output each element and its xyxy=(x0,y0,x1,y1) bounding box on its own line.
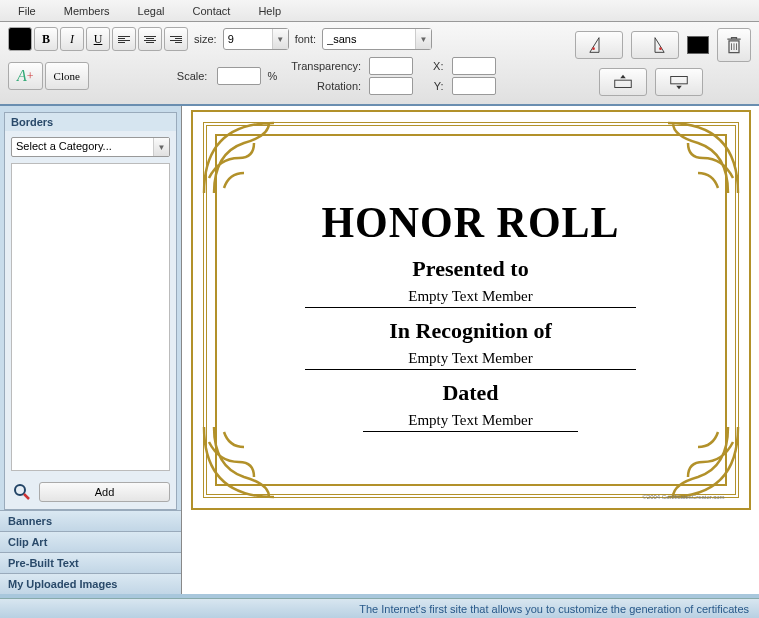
menubar: File Members Legal Contact Help xyxy=(0,0,759,22)
align-right-button[interactable] xyxy=(164,27,188,51)
rotation-input[interactable] xyxy=(369,77,413,95)
certificate-recognition-label[interactable]: In Recognition of xyxy=(276,318,665,344)
certificate-dated-label[interactable]: Dated xyxy=(276,380,665,406)
menu-help[interactable]: Help xyxy=(244,2,295,20)
section-prebuilt[interactable]: Pre-Built Text xyxy=(0,552,181,573)
svg-point-4 xyxy=(15,485,25,495)
scale-unit: % xyxy=(263,70,281,82)
font-dropdown[interactable]: ▼ xyxy=(415,29,431,49)
flip-horizontal-button[interactable] xyxy=(575,31,623,59)
panel-title-borders[interactable]: Borders xyxy=(5,113,176,131)
size-label: size: xyxy=(190,33,221,45)
x-input[interactable] xyxy=(452,57,496,75)
svg-point-0 xyxy=(592,47,595,50)
align-center-button[interactable] xyxy=(138,27,162,51)
align-left-button[interactable] xyxy=(112,27,136,51)
add-button[interactable]: Add xyxy=(39,482,170,502)
size-dropdown[interactable]: ▼ xyxy=(272,29,288,49)
ornament-icon xyxy=(199,422,279,502)
transparency-input[interactable] xyxy=(369,57,413,75)
section-clipart[interactable]: Clip Art xyxy=(0,531,181,552)
rotation-label: Rotation: xyxy=(313,80,365,92)
menu-file[interactable]: File xyxy=(4,2,50,20)
menu-legal[interactable]: Legal xyxy=(124,2,179,20)
certificate[interactable]: HONOR ROLL Presented to Empty Text Membe… xyxy=(191,110,751,510)
send-backward-button[interactable] xyxy=(655,68,703,96)
size-input[interactable] xyxy=(224,29,272,49)
font-input[interactable] xyxy=(323,29,415,49)
section-uploaded[interactable]: My Uploaded Images xyxy=(0,573,181,594)
certificate-footer: ©2004 CertificatesCreator.com xyxy=(642,494,724,500)
svg-point-1 xyxy=(659,47,662,50)
menu-contact[interactable]: Contact xyxy=(179,2,245,20)
category-select-text: Select a Category... xyxy=(12,138,153,156)
fill-color-swatch[interactable] xyxy=(687,36,709,54)
scale-input[interactable] xyxy=(217,67,261,85)
certificate-date-field[interactable]: Empty Text Member xyxy=(363,412,577,432)
status-text: The Internet's first site that allows yo… xyxy=(359,603,749,615)
menu-members[interactable]: Members xyxy=(50,2,124,20)
category-dropdown-icon[interactable]: ▼ xyxy=(153,138,169,156)
svg-rect-2 xyxy=(615,80,632,87)
left-panel: Borders Select a Category... ▼ Add Banne… xyxy=(0,106,182,594)
preview-area xyxy=(11,163,170,471)
toolbar: B I U size: ▼ font: ▼ A+ Clone Scale: % xyxy=(0,22,759,106)
transparency-label: Transparency: xyxy=(287,60,365,72)
size-field-wrap: ▼ xyxy=(223,28,289,50)
add-text-button[interactable]: A+ xyxy=(8,62,43,90)
section-banners[interactable]: Banners xyxy=(0,510,181,531)
flip-vertical-button[interactable] xyxy=(631,31,679,59)
category-select[interactable]: Select a Category... ▼ xyxy=(11,137,170,157)
y-label: Y: xyxy=(430,80,448,92)
status-bar: The Internet's first site that allows yo… xyxy=(0,598,759,618)
bring-forward-button[interactable] xyxy=(599,68,647,96)
y-input[interactable] xyxy=(452,77,496,95)
ornament-icon xyxy=(663,118,743,198)
delete-button[interactable] xyxy=(717,28,751,62)
svg-rect-3 xyxy=(671,77,688,84)
zoom-icon[interactable] xyxy=(11,481,33,503)
clone-button[interactable]: Clone xyxy=(45,62,89,90)
certificate-recognition-field[interactable]: Empty Text Member xyxy=(305,350,636,370)
font-label: font: xyxy=(291,33,320,45)
certificate-presented-label[interactable]: Presented to xyxy=(276,256,665,282)
underline-button[interactable]: U xyxy=(86,27,110,51)
scale-label: Scale: xyxy=(173,70,212,82)
main-area: Borders Select a Category... ▼ Add Banne… xyxy=(0,106,759,594)
text-color-button[interactable] xyxy=(8,27,32,51)
italic-button[interactable]: I xyxy=(60,27,84,51)
certificate-title[interactable]: HONOR ROLL xyxy=(276,197,665,247)
certificate-name-field[interactable]: Empty Text Member xyxy=(305,288,636,308)
x-label: X: xyxy=(429,60,447,72)
ornament-icon xyxy=(199,118,279,198)
font-field-wrap: ▼ xyxy=(322,28,432,50)
canvas[interactable]: HONOR ROLL Presented to Empty Text Membe… xyxy=(182,106,759,594)
bold-button[interactable]: B xyxy=(34,27,58,51)
ornament-icon xyxy=(663,422,743,502)
